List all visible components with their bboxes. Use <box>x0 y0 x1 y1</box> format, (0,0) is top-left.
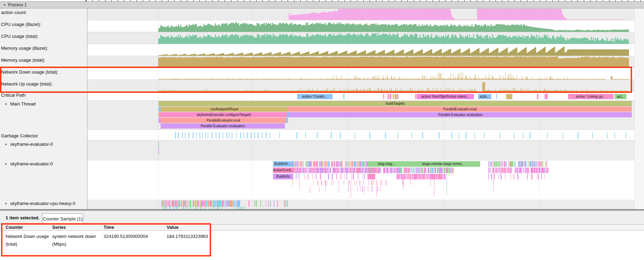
slice[interactable] <box>348 161 349 167</box>
slice[interactable] <box>538 167 539 173</box>
slice[interactable] <box>195 207 196 209</box>
slice[interactable] <box>387 167 388 173</box>
slice[interactable] <box>238 207 239 209</box>
sidebar-item-skyframe-evaluator-0[interactable]: ▼skyframe-evaluator-0 <box>0 161 87 167</box>
slice[interactable] <box>213 200 215 207</box>
collapse-triangle-icon[interactable]: ▼ <box>5 142 10 148</box>
sidebar-item-memory-usage-total-[interactable]: Memory usage (total): <box>0 57 87 64</box>
slice[interactable] <box>348 186 349 192</box>
slice[interactable] <box>226 132 227 138</box>
slice[interactable] <box>217 207 218 209</box>
slice[interactable] <box>517 174 518 179</box>
slice[interactable] <box>211 200 212 207</box>
slice[interactable] <box>386 180 386 185</box>
slice[interactable] <box>488 167 489 173</box>
slice[interactable] <box>395 167 396 173</box>
slice[interactable] <box>379 167 380 173</box>
slice[interactable] <box>327 180 327 185</box>
slice[interactable] <box>538 174 539 179</box>
sidebar-item-critical-path[interactable]: Critical Path <box>0 93 87 99</box>
slice[interactable] <box>422 132 423 138</box>
slice[interactable] <box>370 167 370 173</box>
sidebar-item-cpu-usage-bazel-[interactable]: CPU usage (Bazel): <box>0 22 87 28</box>
slice[interactable] <box>216 132 216 138</box>
slice[interactable] <box>208 132 208 138</box>
slice[interactable] <box>360 186 360 192</box>
slice[interactable] <box>308 167 308 173</box>
slice[interactable] <box>248 200 250 207</box>
slice[interactable] <box>166 207 167 209</box>
slice[interactable] <box>254 132 255 138</box>
collapse-triangle-icon[interactable]: ▼ <box>5 201 10 207</box>
slice[interactable] <box>342 167 343 173</box>
counter-chart-mem-bazel[interactable] <box>88 44 635 56</box>
slice[interactable] <box>498 167 499 173</box>
slice[interactable] <box>190 200 191 207</box>
slice[interactable] <box>306 161 307 167</box>
sidebar-item-skyframe-evaluator-cpu-heavy-0[interactable]: ▼skyframe-evaluator-cpu-heavy-0 <box>0 201 87 207</box>
slice[interactable] <box>494 174 495 179</box>
slice[interactable] <box>498 174 499 179</box>
slice[interactable] <box>349 161 350 167</box>
slice[interactable] <box>465 132 467 138</box>
slice[interactable] <box>369 132 370 138</box>
slice[interactable] <box>203 200 204 207</box>
slice[interactable] <box>287 200 288 207</box>
slice[interactable] <box>344 167 345 173</box>
slice-stage-remote-stage-remot-[interactable]: stage.remote.stage.remot... <box>406 161 480 167</box>
slice[interactable] <box>247 132 247 138</box>
slice[interactable] <box>524 167 525 173</box>
slice[interactable] <box>188 200 189 207</box>
slice[interactable] <box>321 180 322 185</box>
slice[interactable] <box>202 132 203 138</box>
slice[interactable] <box>494 167 494 173</box>
slice[interactable] <box>360 161 362 167</box>
slice[interactable] <box>440 174 440 179</box>
slice[interactable] <box>158 142 159 147</box>
slice[interactable] <box>421 167 423 173</box>
slice[interactable] <box>251 132 252 138</box>
slice[interactable] <box>168 200 170 207</box>
slice[interactable] <box>331 132 332 138</box>
slice[interactable] <box>505 174 505 179</box>
slice[interactable] <box>500 161 501 167</box>
slice[interactable] <box>420 167 421 173</box>
slice[interactable] <box>373 167 373 173</box>
counter-chart-mem-total[interactable] <box>88 56 635 68</box>
slice[interactable] <box>182 200 182 207</box>
slice-action-linking-go-[interactable]: action 'Linking go... <box>568 94 614 99</box>
sidebar-item-action-count-[interactable]: action count: <box>0 10 87 16</box>
slice[interactable] <box>527 174 528 179</box>
slice[interactable] <box>405 167 407 173</box>
slice[interactable] <box>313 167 314 173</box>
slice[interactable] <box>192 200 192 207</box>
slice[interactable] <box>614 132 615 138</box>
counter-chart-action-count[interactable] <box>88 8 635 20</box>
slice[interactable] <box>175 200 176 207</box>
slice[interactable] <box>317 132 318 138</box>
slice[interactable] <box>317 180 318 185</box>
slice[interactable] <box>353 174 354 179</box>
slice[interactable] <box>385 132 386 138</box>
slice[interactable] <box>229 132 230 138</box>
slice[interactable] <box>393 167 395 173</box>
slice[interactable] <box>415 94 416 99</box>
slice[interactable] <box>362 174 363 179</box>
slice[interactable] <box>308 167 309 173</box>
sidebar-item-cpu-usage-total-[interactable]: CPU usage (total): <box>0 34 87 40</box>
slice[interactable] <box>200 132 200 138</box>
slice[interactable] <box>197 207 197 209</box>
slice[interactable] <box>518 167 519 173</box>
slice[interactable] <box>511 174 511 179</box>
slice[interactable] <box>412 174 413 179</box>
slice[interactable] <box>301 161 302 167</box>
slice[interactable] <box>362 186 363 192</box>
slice-action-creatin-[interactable]: action 'Creatin... <box>297 94 332 99</box>
slice[interactable] <box>266 132 266 138</box>
slice[interactable] <box>205 207 205 209</box>
slice[interactable] <box>368 167 370 173</box>
slice[interactable] <box>625 132 626 138</box>
slice-stag-stag-[interactable]: stag.stag... <box>367 161 406 167</box>
slice[interactable] <box>187 207 188 209</box>
slice[interactable] <box>322 167 324 173</box>
